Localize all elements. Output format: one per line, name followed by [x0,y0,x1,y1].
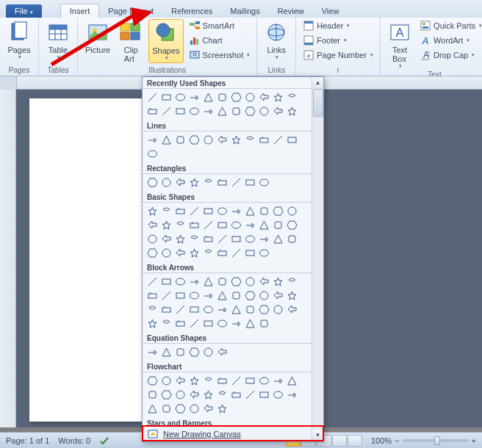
shape-item[interactable] [271,388,285,402]
shape-item[interactable] [257,303,271,317]
screenshot-button[interactable]: Screenshot [187,48,253,62]
shape-item[interactable] [243,289,257,303]
shapes-button[interactable]: Shapes [148,19,183,63]
shape-item[interactable] [173,104,187,118]
shape-item[interactable] [145,176,159,189]
shape-item[interactable] [159,204,173,218]
shape-item[interactable] [229,275,243,289]
shape-item[interactable] [229,289,243,303]
shape-item[interactable] [285,388,299,402]
shape-item[interactable] [187,317,201,330]
shape-item[interactable] [187,402,201,416]
shape-item[interactable] [201,232,215,246]
shape-item[interactable] [257,90,271,104]
wordart-button[interactable]: AWordArt [417,34,482,47]
shape-item[interactable] [257,176,271,189]
shape-item[interactable] [215,90,229,104]
shape-item[interactable] [285,374,299,388]
shape-item[interactable] [159,289,173,303]
shape-item[interactable] [257,374,271,388]
shape-item[interactable] [243,232,257,246]
shape-item[interactable] [173,176,187,189]
shape-item[interactable] [187,232,201,246]
shape-item[interactable] [145,133,159,147]
shape-item[interactable] [229,104,243,118]
shape-item[interactable] [173,345,187,359]
shape-item[interactable] [229,176,243,189]
status-words[interactable]: Words: 0 [58,436,90,445]
shape-item[interactable] [257,204,271,218]
shape-item[interactable] [187,176,201,189]
shape-item[interactable] [229,303,243,317]
view-outline[interactable] [332,435,347,447]
shape-item[interactable] [243,388,257,402]
shape-item[interactable] [159,90,173,104]
quickparts-button[interactable]: Quick Parts [417,19,482,32]
shape-item[interactable] [229,204,243,218]
shape-item[interactable] [201,275,215,289]
shape-item[interactable] [159,388,173,402]
shape-item[interactable] [201,374,215,388]
shape-item[interactable] [145,218,159,232]
shape-item[interactable] [173,90,187,104]
shape-item[interactable] [285,133,299,147]
shape-item[interactable] [173,289,187,303]
shape-item[interactable] [215,133,229,147]
shape-item[interactable] [145,303,159,317]
shape-item[interactable] [229,317,243,330]
shape-item[interactable] [229,246,243,260]
shape-item[interactable] [215,374,229,388]
shape-item[interactable] [145,246,159,260]
dropcap-button[interactable]: ADrop Cap [417,48,482,62]
shape-item[interactable] [201,402,215,416]
shape-item[interactable] [145,388,159,402]
shape-item[interactable] [145,104,159,118]
shapes-scrollbar[interactable]: ▲ ▼ [312,77,323,441]
shape-item[interactable] [215,317,229,330]
shape-item[interactable] [187,374,201,388]
spellcheck-icon[interactable] [99,436,109,446]
shape-item[interactable] [243,303,257,317]
shape-item[interactable] [187,303,201,317]
shape-item[interactable] [271,374,285,388]
shape-item[interactable] [285,275,299,289]
shape-item[interactable] [257,133,271,147]
shape-item[interactable] [187,345,201,359]
shape-item[interactable] [257,275,271,289]
shape-item[interactable] [145,147,159,161]
shape-item[interactable] [159,232,173,246]
shape-item[interactable] [159,374,173,388]
shape-item[interactable] [173,402,187,416]
zoom-level[interactable]: 100% [371,436,392,445]
shape-item[interactable] [215,345,229,359]
shape-item[interactable] [173,204,187,218]
shape-item[interactable] [271,289,285,303]
shape-item[interactable] [285,303,299,317]
shape-item[interactable] [257,388,271,402]
shape-item[interactable] [187,90,201,104]
view-draft[interactable] [348,435,362,447]
shape-item[interactable] [173,218,187,232]
shape-item[interactable] [229,232,243,246]
shape-item[interactable] [187,275,201,289]
shape-item[interactable] [257,317,271,330]
shape-item[interactable] [215,303,229,317]
shape-item[interactable] [271,90,285,104]
status-page[interactable]: Page: 1 of 1 [6,436,49,445]
shape-item[interactable] [187,133,201,147]
pages-button[interactable]: Pages [4,19,34,62]
shape-item[interactable] [229,218,243,232]
shape-item[interactable] [271,133,285,147]
chart-button[interactable]: Chart [187,34,253,47]
tab-file[interactable]: File [6,4,42,18]
smartart-button[interactable]: SmartArt [187,19,253,32]
shape-item[interactable] [173,374,187,388]
shape-item[interactable] [159,246,173,260]
shape-item[interactable] [201,218,215,232]
tab-mailings[interactable]: Mailings [221,4,268,18]
shape-item[interactable] [243,374,257,388]
shape-item[interactable] [243,246,257,260]
shape-item[interactable] [187,289,201,303]
scroll-up-icon[interactable]: ▲ [312,77,323,89]
table-button[interactable]: Table [43,19,73,62]
